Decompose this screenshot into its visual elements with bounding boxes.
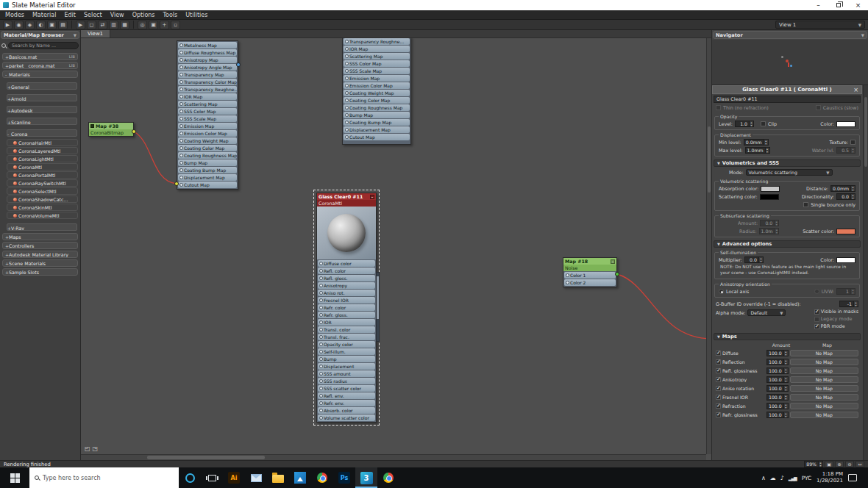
map-input-slot[interactable]: Coating Bump Map [178,167,237,173]
material-preview[interactable] [317,207,376,259]
map-input-slot[interactable]: Scattering Map [178,101,237,107]
browser-item[interactable]: + Autodesk Material Library [2,251,78,258]
layout-all-icon[interactable]: ▤ [58,21,68,29]
map-input-slot[interactable]: Refr. color [318,304,375,311]
select-tool-icon[interactable]: ▶ [3,21,13,29]
language-indicator[interactable]: PYC [802,475,811,481]
action-center-icon[interactable] [848,474,857,481]
map-amount-spinner[interactable]: 100.0▴▾ [766,367,789,374]
3dsmax-icon[interactable]: 3 [355,467,377,488]
illustrator-icon[interactable]: Ai [223,467,245,488]
map-input-slot[interactable]: Refl. color [318,268,375,274]
menu-item[interactable]: Select [84,12,102,18]
browser-item[interactable]: CoronaHairMtl [7,139,78,146]
map-input-slot[interactable]: Refl. gloss. [318,275,375,281]
minimize-button[interactable]: – [808,0,828,10]
node-noise-map[interactable]: Map #18– Noise Color 1Color 2 [563,257,617,287]
browser-item[interactable]: + Controllers [2,242,78,249]
collapse-icon[interactable]: – [370,195,374,199]
selfillum-multiplier-spinner[interactable]: 0.0▴▾ [744,256,764,263]
distance-spinner[interactable]: 0.0mm▴▾ [830,185,855,192]
map-input-slot[interactable]: Diffuse Roughness Map [178,49,237,56]
map-input-slot[interactable]: SSS Scale Map [344,68,410,74]
map-input-slot[interactable]: SSS Color Map [344,60,410,67]
directionality-spinner[interactable]: 0.0▴▾ [836,193,855,200]
node-corona-physical-slots-b[interactable]: Transparency Roughne...IOR MapScattering… [342,37,411,145]
chrome-icon[interactable] [311,467,333,488]
selfillum-color-swatch[interactable] [836,257,855,263]
tab-view1[interactable]: View1 [81,30,110,37]
node-corona-physical-slots-a[interactable]: Metalness MapDiffuse Roughness MapAnisot… [177,40,238,190]
browser-item[interactable]: + Scene Materials [2,259,78,267]
legacy-mode-checkbox[interactable] [814,317,819,322]
restore-button[interactable] [828,0,848,10]
pan-status-icon[interactable]: ↔ [855,461,864,467]
browser-item[interactable]: CoronaRaySwitchMtl [7,179,78,187]
output-port[interactable] [236,62,241,67]
map-input-slot[interactable]: Displacement Map [178,174,237,181]
network-icon[interactable]: ▂▄▆ [789,476,797,481]
map-amount-spinner[interactable]: 100.0▴▾ [766,359,789,365]
map-input-slot[interactable]: IOR [318,319,375,326]
map-enabled-checkbox[interactable] [716,368,721,373]
view-selector-dropdown[interactable]: View 1 ▼ [775,21,865,29]
map-amount-spinner[interactable]: 100.0▴▾ [766,403,789,409]
start-button[interactable] [0,467,29,488]
pick-material-icon[interactable]: ◉ [14,21,24,29]
map-input-slot[interactable]: Transparency Roughne... [344,38,410,45]
local-axis-radio[interactable] [719,289,724,294]
alpha-mode-dropdown[interactable]: Default ▼ [747,309,786,316]
menu-item[interactable]: Edit [64,12,76,18]
scattering-color-swatch[interactable] [760,194,779,200]
navigator-minimap[interactable] [712,40,868,85]
input-port[interactable] [174,182,179,186]
volume-icon[interactable]: ♪ [780,475,784,481]
map-amount-spinner[interactable]: 100.0▴▾ [766,376,789,383]
cortana-icon[interactable] [179,467,201,488]
zoom-extents-status-icon[interactable]: ▣ [825,461,833,467]
hide-unused-nodeslots-icon[interactable]: ▥ [109,21,118,29]
browser-item[interactable]: + Arnold [7,94,77,101]
nodeview-horizontal-scrollbar[interactable] [81,454,706,460]
displacement-max-spinner[interactable]: 1.0mm▴▾ [745,147,770,154]
map-slot-button[interactable]: No Map [790,359,858,365]
navigator-header[interactable]: Navigator ▼ [713,31,867,39]
map-input-slot[interactable]: Coating Weight Map [178,137,237,144]
map-input-slot[interactable]: SSS radius [318,378,375,384]
browser-item[interactable]: CoronaSelectMtl [7,187,78,195]
map-slot-button[interactable]: No Map [790,385,858,392]
photoshop-icon[interactable]: Ps [333,467,355,488]
map-input-slot[interactable]: Bump [318,356,375,362]
browser-item[interactable]: - Corona [7,129,77,137]
map-slot-button[interactable]: No Map [790,376,858,383]
zoom-out-status-icon[interactable]: ⊖ [845,461,854,467]
node-view[interactable]: View1 Metalness MapDiffuse Roughness Map… [81,30,712,460]
pan-tool-icon[interactable]: + [160,21,169,29]
browser-item[interactable]: + General [7,82,77,90]
browser-item[interactable]: + V-Ray [7,223,77,231]
browser-item[interactable]: CoronaLayeredMtl [7,147,78,154]
menu-item[interactable]: Utilities [185,12,207,18]
map-input-slot[interactable]: Absorb. color [318,407,375,414]
map-input-slot[interactable]: SSS Scale Map [178,115,237,122]
map-input-slot[interactable]: Fresnel IOR [318,297,375,304]
displacement-texture-checkbox[interactable] [850,140,855,145]
zoom-level-spinner[interactable]: 89%▴▾ [804,461,823,467]
caustics-checkbox[interactable] [816,105,821,110]
map-amount-spinner[interactable]: 100.0▴▾ [766,385,789,392]
map-input-slot[interactable]: Refr. env. [318,400,375,406]
browser-item[interactable]: + Sample Slots [2,268,78,276]
file-explorer-icon[interactable] [267,467,289,488]
menu-item[interactable]: Modes [5,12,24,18]
taskbar-search[interactable]: Type here to search [29,467,179,488]
zoom-view-icon[interactable]: ◳ [93,445,99,452]
browser-item[interactable]: + Autodesk [7,106,77,113]
map-input-slot[interactable]: Coating Color Map [178,145,237,151]
material-name-field[interactable]: Glass Clear0 #11 [714,96,861,103]
map-input-slot[interactable]: Transparency Roughne... [178,86,237,93]
map-amount-spinner[interactable]: 100.0▴▾ [766,412,789,418]
map-slot-button[interactable]: No Map [790,350,858,356]
close-parameters-icon[interactable]: × [853,87,858,93]
nodeview-vertical-scrollbar[interactable] [706,38,711,454]
map-enabled-checkbox[interactable] [716,386,721,391]
